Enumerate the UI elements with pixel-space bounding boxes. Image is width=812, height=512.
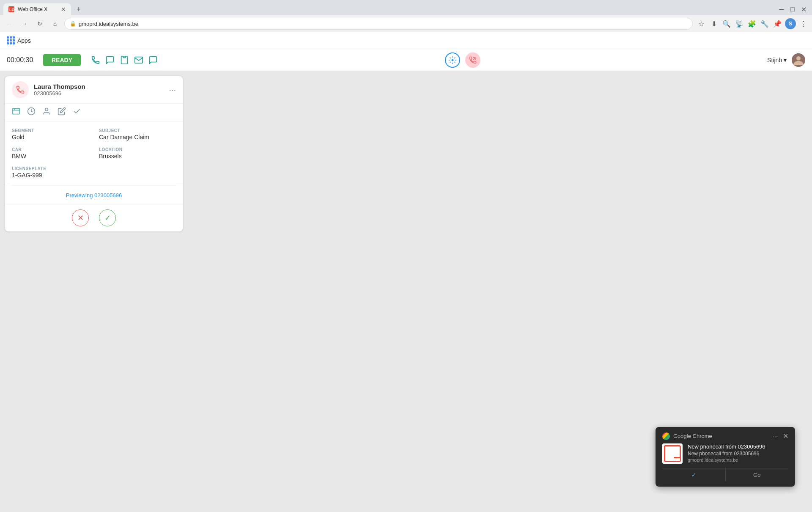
licenseplate-label: LICENSEPLATE <box>12 166 176 171</box>
segment-value: Gold <box>12 134 89 140</box>
address-bar[interactable]: 🔒 gmoprd.idealsystems.be <box>64 18 693 30</box>
tab-favicon: LO <box>8 6 14 12</box>
caller-avatar <box>12 81 29 98</box>
refresh-btn[interactable]: ↻ <box>34 18 46 30</box>
subject-value: Car Damage Claim <box>99 134 176 140</box>
lock-icon: 🔒 <box>70 21 76 27</box>
reject-call-btn[interactable]: ✕ <box>72 209 89 226</box>
notification-close-btn[interactable]: ✕ <box>783 432 788 440</box>
notification-url: gmoprd.idealsystems.be <box>688 457 788 462</box>
sms-channel-icon[interactable] <box>148 55 158 65</box>
licenseplate-field: LICENSEPLATE 1-GAG-999 <box>12 166 176 179</box>
caller-number: 023005696 <box>34 90 164 96</box>
apps-label: Apps <box>17 37 31 44</box>
ticket-icon[interactable] <box>12 107 20 118</box>
user-name-btn[interactable]: Stijnb ▾ <box>767 57 787 63</box>
user-name-text: Stijnb <box>767 57 782 63</box>
bookmark-star-icon[interactable]: ☆ <box>696 19 706 29</box>
notification-body: New phonecall from 023005696 New phoneca… <box>662 443 788 464</box>
new-tab-btn[interactable]: + <box>73 3 85 15</box>
ready-button[interactable]: READY <box>43 54 81 66</box>
svg-point-6 <box>451 59 453 61</box>
segment-label: SEGMENT <box>12 128 89 133</box>
close-btn[interactable]: ✕ <box>798 4 809 14</box>
svg-rect-2 <box>123 56 126 58</box>
notification-subtitle: New phonecall from 023005696 <box>688 451 788 457</box>
user-avatar[interactable] <box>792 53 805 67</box>
card-menu-btn[interactable]: ··· <box>169 85 176 95</box>
preview-text: Previewing 023005696 <box>66 192 122 198</box>
chat-channel-icon[interactable] <box>105 55 115 65</box>
notification-actions: ✓ Go <box>662 468 788 482</box>
caller-info: Laura Thompson 023005696 <box>34 83 164 96</box>
svg-point-14 <box>45 108 48 111</box>
home-btn[interactable]: ⌂ <box>49 18 61 30</box>
card-header: Laura Thompson 023005696 ··· <box>5 76 183 104</box>
browser-profile-icon[interactable]: S <box>785 18 796 29</box>
car-value: BMW <box>12 153 89 160</box>
app-bar: Apps <box>0 32 812 49</box>
browser-right-icons: ☆ ⬇ 🔍 📡 🧩 🔧 📌 S ⋮ <box>696 18 809 29</box>
call-timer: 00:00:30 <box>7 56 36 64</box>
card-footer: ✕ ✓ <box>5 204 183 231</box>
cast-icon[interactable]: 📡 <box>734 19 744 29</box>
subject-field: SUBJECT Car Damage Claim <box>99 128 176 140</box>
notification-app-logo <box>662 443 683 464</box>
browser-nav-bar: ← → ↻ ⌂ 🔒 gmoprd.idealsystems.be ☆ ⬇ 🔍 📡… <box>0 15 812 32</box>
tab-close-btn[interactable]: ✕ <box>61 6 66 13</box>
subject-label: SUBJECT <box>99 128 176 133</box>
edit-icon[interactable] <box>58 107 66 118</box>
car-field: CAR BMW <box>12 147 89 160</box>
notification-menu-btn[interactable]: ··· <box>773 433 778 440</box>
svg-point-9 <box>796 56 801 61</box>
notification-title: New phonecall from 023005696 <box>688 443 788 450</box>
segment-field: SEGMENT Gold <box>12 128 89 140</box>
clipboard-channel-icon[interactable] <box>120 55 129 65</box>
forward-btn[interactable]: → <box>19 18 30 30</box>
svg-text:LO: LO <box>9 8 14 12</box>
caller-name: Laura Thompson <box>34 83 164 90</box>
complete-icon[interactable] <box>73 107 81 118</box>
location-field: LOCATION Brussels <box>99 147 176 160</box>
ext-icon-2[interactable]: 📌 <box>772 19 782 29</box>
history-icon[interactable] <box>27 107 36 118</box>
back-btn[interactable]: ← <box>3 18 15 30</box>
active-tab[interactable]: LO Web Office X ✕ <box>3 3 71 15</box>
ext-icon-1[interactable]: 🔧 <box>760 19 770 29</box>
zoom-icon[interactable]: 🔍 <box>721 19 732 29</box>
phone-channel-icon[interactable] <box>91 55 100 65</box>
notification-header: Google Chrome ··· ✕ <box>662 432 788 440</box>
notification-go-btn[interactable]: Go <box>726 468 789 482</box>
ext-puzzle-icon[interactable]: 🧩 <box>747 19 757 29</box>
phone-incoming-icon[interactable] <box>465 52 480 68</box>
minimize-btn[interactable]: ─ <box>776 4 787 14</box>
toolbar-center-icons <box>165 52 760 68</box>
mail-channel-icon[interactable] <box>134 55 143 65</box>
browser-chrome: LO Web Office X ✕ + ─ □ ✕ ← → ↻ ⌂ 🔒 gmop… <box>0 0 812 32</box>
apps-menu-btn[interactable]: Apps <box>3 35 34 46</box>
chrome-notification: Google Chrome ··· ✕ New phonecall from 0… <box>656 427 795 487</box>
notification-app-name: Google Chrome <box>673 433 769 439</box>
download-icon[interactable]: ⬇ <box>709 19 719 29</box>
user-dropdown-arrow: ▾ <box>784 57 787 63</box>
routing-icon[interactable] <box>445 52 460 68</box>
tab-title: Web Office X <box>18 6 58 12</box>
location-value: Brussels <box>99 153 176 160</box>
chrome-icon <box>662 432 670 440</box>
main-toolbar: 00:00:30 READY Stijnb <box>0 49 812 71</box>
card-preview: Previewing 023005696 <box>5 186 183 204</box>
toolbar-channel-icons <box>91 55 158 65</box>
accept-call-btn[interactable]: ✓ <box>99 209 116 226</box>
call-card: Laura Thompson 023005696 ··· <box>5 76 183 231</box>
toolbar-user-area: Stijnb ▾ <box>767 53 805 67</box>
maximize-btn[interactable]: □ <box>787 4 798 14</box>
svg-rect-10 <box>13 108 20 114</box>
grid-icon <box>7 36 15 44</box>
browser-menu-icon[interactable]: ⋮ <box>798 19 809 29</box>
notification-check-btn[interactable]: ✓ <box>662 468 726 482</box>
card-fields: SEGMENT Gold SUBJECT Car Damage Claim CA… <box>5 121 183 185</box>
tab-bar: LO Web Office X ✕ + ─ □ ✕ <box>0 0 812 15</box>
card-actions <box>5 104 183 121</box>
contact-icon[interactable] <box>42 107 51 118</box>
car-label: CAR <box>12 147 89 152</box>
